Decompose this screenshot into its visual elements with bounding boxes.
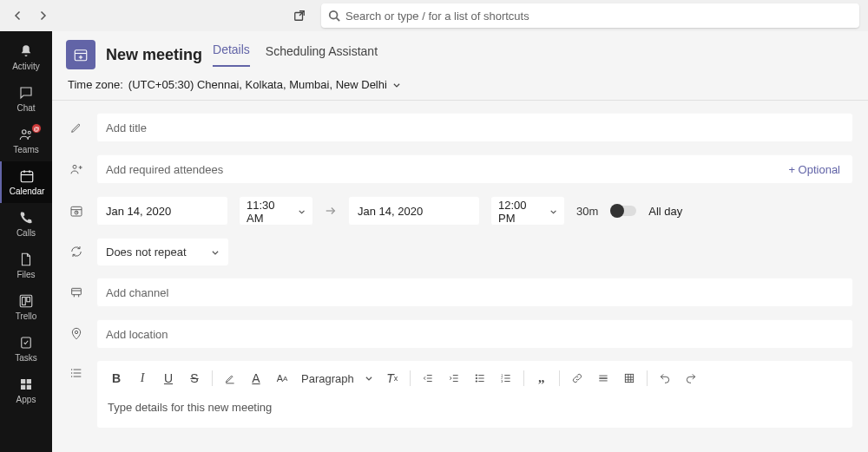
search-box[interactable]: Search or type / for a list of shortcuts	[321, 3, 859, 28]
notification-badge: @	[31, 123, 42, 134]
sidebar-item-files[interactable]: Files	[0, 245, 52, 286]
arrow-right-icon	[325, 205, 337, 217]
timezone-row[interactable]: Time zone: (UTC+05:30) Chennai, Kolkata,…	[52, 69, 868, 101]
svg-point-2	[330, 11, 338, 19]
title-bar: Search or type / for a list of shortcuts	[0, 0, 868, 31]
svg-line-3	[337, 18, 340, 22]
svg-rect-15	[27, 379, 31, 383]
sidebar-label: Tasks	[15, 353, 37, 363]
svg-point-35	[75, 331, 77, 333]
clock-icon	[68, 204, 85, 218]
all-day-toggle[interactable]	[610, 206, 636, 216]
svg-point-51	[476, 381, 477, 382]
svg-point-40	[71, 373, 72, 374]
svg-rect-64	[625, 374, 633, 382]
indent-button[interactable]	[444, 368, 464, 389]
sidebar-label: Files	[16, 270, 35, 279]
channel-input[interactable]: Add channel	[97, 278, 852, 307]
description-editor: B I U S A AA Paragraph Tx	[97, 361, 852, 428]
sidebar-label: Trello	[16, 311, 37, 321]
sidebar-item-activity[interactable]: Activity	[0, 36, 52, 78]
recurrence-select[interactable]: Does not repeat	[97, 238, 228, 265]
redo-button[interactable]	[681, 368, 701, 389]
sidebar-label: Calendar	[10, 187, 45, 196]
strikethrough-button[interactable]: S	[184, 368, 205, 389]
nav-back-button[interactable]	[9, 6, 28, 25]
svg-point-49	[476, 375, 477, 376]
separator	[212, 370, 213, 386]
svg-rect-16	[21, 385, 25, 390]
header-tabs: Details Scheduling Assistant	[213, 43, 378, 67]
bold-button[interactable]: B	[106, 368, 127, 389]
recurrence-icon	[68, 245, 85, 259]
svg-rect-6	[21, 172, 33, 182]
sidebar-label: Activity	[12, 62, 40, 71]
chevron-down-icon	[392, 81, 401, 89]
sidebar-item-apps[interactable]: Apps	[0, 370, 52, 411]
search-placeholder: Search or type / for a list of shortcuts	[345, 10, 529, 23]
tab-details[interactable]: Details	[213, 43, 250, 67]
italic-button[interactable]: I	[132, 368, 153, 389]
attendees-input[interactable]: Add required attendees + Optional	[97, 154, 852, 184]
svg-point-5	[28, 131, 30, 134]
chevron-down-icon	[298, 207, 306, 216]
phone-icon	[18, 210, 34, 226]
duration-label: 30m	[576, 205, 598, 218]
bullet-list-button[interactable]	[470, 368, 490, 389]
start-time-input[interactable]: 11:30 AM	[240, 196, 312, 226]
page-title: New meeting	[106, 46, 202, 64]
svg-point-50	[476, 377, 477, 378]
clear-formatting-button[interactable]: Tx	[382, 368, 403, 389]
font-size-button[interactable]: AA	[272, 368, 293, 389]
pop-out-icon[interactable]	[290, 6, 309, 25]
link-button[interactable]	[567, 368, 588, 389]
nav-forward-button[interactable]	[33, 6, 52, 25]
sidebar-item-chat[interactable]: Chat	[0, 78, 52, 120]
sidebar-item-tasks[interactable]: Tasks	[0, 328, 52, 370]
app-rail: Activity Chat @ Teams Calendar Calls Fil…	[0, 31, 52, 452]
channel-icon	[68, 285, 85, 299]
outdent-button[interactable]	[418, 368, 438, 389]
location-input[interactable]: Add location	[97, 319, 852, 349]
tasks-icon	[18, 335, 34, 350]
people-icon	[68, 162, 85, 176]
editor-body[interactable]: Type details for this new meeting	[97, 396, 852, 428]
sidebar-item-calls[interactable]: Calls	[0, 203, 52, 245]
sidebar-item-teams[interactable]: @ Teams	[0, 120, 52, 161]
paragraph-style-select[interactable]: Paragraph	[298, 372, 377, 385]
end-time-input[interactable]: 12:00 PM	[491, 196, 564, 226]
underline-button[interactable]: U	[158, 368, 179, 389]
editor-toolbar: B I U S A AA Paragraph Tx	[97, 361, 852, 396]
end-date-input[interactable]: Jan 14, 2020	[349, 196, 479, 226]
chevron-down-icon	[211, 248, 220, 257]
meeting-form: Add title Add required attendees + Optio…	[52, 101, 868, 452]
highlight-button[interactable]	[220, 368, 240, 389]
calendar-icon	[19, 168, 35, 184]
add-optional-link[interactable]: + Optional	[788, 163, 844, 176]
table-button[interactable]	[619, 368, 640, 389]
page-header: New meeting Details Scheduling Assistant	[52, 31, 868, 69]
undo-button[interactable]	[654, 368, 675, 389]
chevron-down-icon	[365, 374, 373, 383]
timezone-label: Time zone:	[68, 78, 123, 91]
meeting-icon	[66, 40, 95, 69]
apps-icon	[18, 377, 34, 392]
sidebar-item-trello[interactable]: Trello	[0, 286, 52, 328]
quote-button[interactable]: ,,	[531, 368, 552, 389]
font-color-button[interactable]: A	[246, 368, 266, 389]
description-icon	[68, 361, 85, 380]
tab-scheduling-assistant[interactable]: Scheduling Assistant	[266, 44, 378, 67]
start-date-input[interactable]: Jan 14, 2020	[97, 196, 227, 226]
trello-icon	[18, 293, 34, 309]
hr-button[interactable]	[593, 368, 614, 389]
search-icon	[328, 10, 340, 22]
svg-rect-11	[23, 298, 26, 305]
sidebar-item-calendar[interactable]: Calendar	[0, 161, 52, 203]
title-input[interactable]: Add title	[97, 113, 852, 142]
separator	[410, 370, 411, 386]
separator	[523, 370, 524, 386]
numbered-list-button[interactable]: 123	[496, 368, 516, 389]
svg-line-1	[299, 11, 304, 16]
chat-icon	[18, 85, 34, 101]
svg-rect-31	[72, 288, 82, 294]
